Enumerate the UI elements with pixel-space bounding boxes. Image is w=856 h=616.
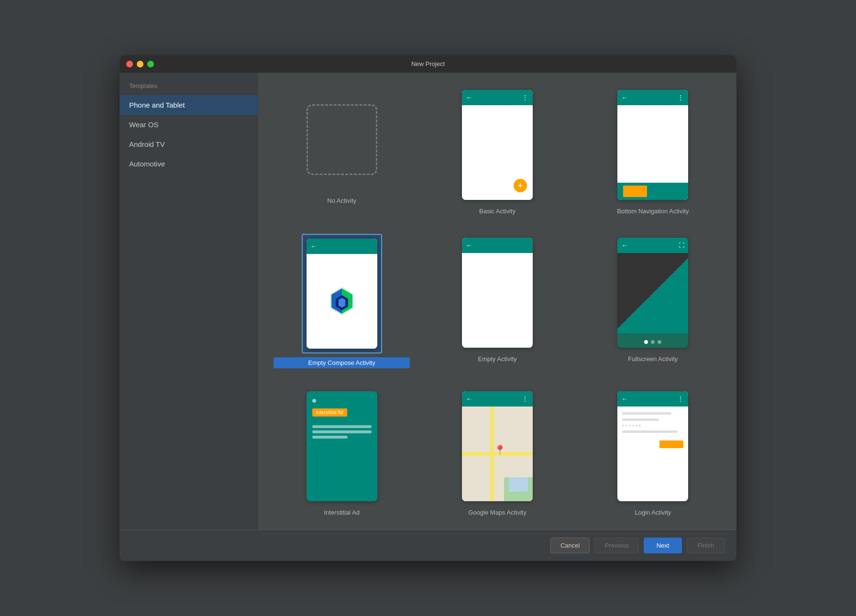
dot-5 <box>636 425 637 427</box>
bottom-nav-phone: ← ⋮ <box>617 90 688 200</box>
main-content: Templates Phone and Tablet Wear OS Andro… <box>120 73 736 529</box>
interstitial-phone: Interstitial Ad <box>307 391 377 501</box>
maps-preview: ← ⋮ 📍 <box>458 387 537 505</box>
dot-3 <box>658 340 661 344</box>
dot-6 <box>639 425 641 427</box>
settings-line-3 <box>622 430 677 433</box>
basic-activity-header: ← ⋮ <box>462 90 533 105</box>
basic-activity-phone: ← ⋮ + <box>462 90 533 200</box>
dashed-placeholder <box>307 104 377 175</box>
menu-dots-icon: ⋮ <box>522 94 529 101</box>
maps-phone: ← ⋮ 📍 <box>462 391 533 501</box>
maps-header: ← ⋮ <box>462 391 533 407</box>
back-arrow-icon: ← <box>621 242 628 249</box>
basic-activity-body: + <box>462 105 533 200</box>
templates-grid: No Activity ← ⋮ + <box>270 82 725 520</box>
template-bottom-navigation[interactable]: ← ⋮ Bottom Navigation Activity <box>581 82 725 219</box>
settings-action-btn <box>659 440 683 448</box>
bottom-nav-header: ← ⋮ <box>617 90 688 105</box>
sidebar-item-android-tv[interactable]: Android TV <box>120 134 258 154</box>
login-activity-label: Login Activity <box>635 509 671 516</box>
sidebar-section-label: Templates <box>120 82 258 95</box>
sidebar-item-wear-os[interactable]: Wear OS <box>120 115 258 134</box>
no-activity-label: No Activity <box>327 197 356 204</box>
settings-line-2 <box>622 418 659 421</box>
empty-compose-label: Empty Compose Activity <box>274 357 410 368</box>
map-water-area <box>509 477 528 492</box>
nav-item-active <box>623 186 647 197</box>
ad-dot <box>312 399 316 403</box>
template-google-maps[interactable]: ← ⋮ 📍 <box>425 384 569 520</box>
diagonal-bg <box>617 253 688 333</box>
empty-compose-body <box>307 254 377 349</box>
bottom-nav-preview: ← ⋮ <box>614 86 692 204</box>
empty-compose-phone: ← <box>307 239 377 349</box>
template-no-activity[interactable]: No Activity <box>270 82 414 219</box>
cancel-button[interactable]: Cancel <box>550 538 590 553</box>
empty-compose-header: ← <box>307 239 377 254</box>
template-fullscreen-activity[interactable]: ← ⛶ Ful <box>581 230 725 372</box>
ad-line-2 <box>312 430 372 433</box>
basic-activity-preview: ← ⋮ + <box>458 86 537 204</box>
menu-dots-icon: ⋮ <box>522 395 529 403</box>
ad-content-lines <box>312 425 372 439</box>
dot-4 <box>632 425 634 427</box>
template-basic-activity[interactable]: ← ⋮ + Basic Activity <box>425 82 569 219</box>
close-button[interactable] <box>126 61 133 67</box>
google-maps-label: Google Maps Activity <box>468 509 526 516</box>
sidebar-item-phone-tablet[interactable]: Phone and Tablet <box>120 95 258 115</box>
map-background: 📍 <box>462 407 533 501</box>
no-activity-preview <box>303 86 381 193</box>
empty-activity-header: ← <box>462 238 533 253</box>
menu-dots-icon: ⋮ <box>677 395 684 403</box>
template-empty-activity[interactable]: ← Empty Activity <box>425 230 569 372</box>
empty-activity-preview: ← <box>458 234 537 352</box>
finish-button[interactable]: Finish <box>687 538 725 553</box>
compose-logo <box>325 285 359 318</box>
expand-icon: ⛶ <box>679 242 684 249</box>
ad-line-3 <box>312 436 348 439</box>
template-empty-compose[interactable]: ← <box>270 230 414 372</box>
ad-badge-label: Interstitial Ad <box>312 408 347 417</box>
basic-activity-label: Basic Activity <box>479 208 516 215</box>
empty-compose-preview: ← <box>302 234 382 353</box>
template-interstitial-ad[interactable]: Interstitial Ad Interstitial Ad <box>270 384 414 520</box>
empty-activity-label: Empty Activity <box>478 355 517 363</box>
login-phone: ← ⋮ <box>617 391 688 501</box>
map-pin-icon: 📍 <box>494 444 506 456</box>
login-preview: ← ⋮ <box>614 387 692 505</box>
minimize-button[interactable] <box>137 61 143 67</box>
sidebar-item-automotive[interactable]: Automotive <box>120 154 258 174</box>
back-arrow-icon: ← <box>310 242 317 250</box>
next-button[interactable]: Next <box>644 538 682 553</box>
footer: Cancel Previous Next Finish <box>120 529 736 561</box>
maximize-button[interactable] <box>147 61 154 67</box>
fullscreen-label: Fullscreen Activity <box>628 355 678 363</box>
back-arrow-icon: ← <box>621 395 628 403</box>
map-body: 📍 <box>462 407 533 501</box>
bottom-nav-body <box>617 105 688 183</box>
template-login-activity[interactable]: ← ⋮ <box>581 384 725 520</box>
dot-1 <box>622 425 624 427</box>
back-arrow-icon: ← <box>466 94 472 101</box>
titlebar: New Project <box>120 55 736 73</box>
empty-activity-phone: ← <box>462 238 533 348</box>
bottom-nav-label: Bottom Navigation Activity <box>617 208 689 215</box>
settings-dots-row <box>622 425 683 427</box>
window-title: New Project <box>411 60 445 67</box>
fullscreen-header: ← ⛶ <box>617 238 688 253</box>
fullscreen-diagonal <box>617 253 688 333</box>
login-header: ← ⋮ <box>617 391 688 407</box>
back-arrow-icon: ← <box>466 242 472 249</box>
empty-activity-body <box>462 253 533 348</box>
fab-icon: + <box>514 179 527 192</box>
interstitial-ad-label: Interstitial Ad <box>324 509 359 516</box>
dot-3 <box>629 425 631 427</box>
fullscreen-preview: ← ⛶ <box>614 234 692 352</box>
dot-2 <box>651 340 655 344</box>
previous-button[interactable]: Previous <box>594 538 639 553</box>
main-window: New Project Templates Phone and Tablet W… <box>120 55 736 561</box>
interstitial-preview: Interstitial Ad <box>303 387 381 505</box>
ad-line-1 <box>312 425 372 428</box>
content-area: No Activity ← ⋮ + <box>258 73 736 529</box>
